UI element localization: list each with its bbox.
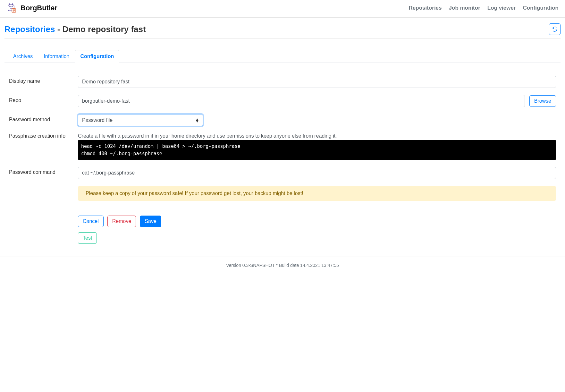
- label-repo: Repo: [9, 95, 78, 103]
- row-repo: Repo Browse: [9, 95, 561, 107]
- save-button[interactable]: Save: [140, 216, 161, 227]
- tab-configuration[interactable]: Configuration: [75, 50, 119, 63]
- select-password-method[interactable]: Password file: [78, 114, 203, 126]
- cancel-button[interactable]: Cancel: [78, 216, 104, 227]
- breadcrumb-current: Demo repository fast: [63, 24, 146, 34]
- page-title: Repositories - Demo repository fast: [4, 24, 146, 34]
- input-password-command[interactable]: [78, 167, 556, 179]
- input-repo[interactable]: [78, 95, 525, 107]
- svg-point-2: [12, 4, 13, 4]
- nav-configuration[interactable]: Configuration: [523, 5, 559, 11]
- label-display-name: Display name: [9, 76, 78, 84]
- row-display-name: Display name: [9, 76, 561, 88]
- row-warning: Please keep a copy of your password safe…: [9, 186, 561, 201]
- row-password-method: Password method Password file ▲▼: [9, 114, 561, 126]
- input-display-name[interactable]: [78, 76, 556, 88]
- svg-point-1: [9, 4, 10, 4]
- passphrase-hint: Create a file with a password in it in y…: [78, 133, 556, 139]
- form-area: Display name Repo Browse Password method…: [4, 63, 561, 244]
- row-password-command: Password command: [9, 167, 561, 179]
- tabs: Archives Information Configuration: [4, 50, 561, 63]
- nav-repositories[interactable]: Repositories: [409, 5, 442, 11]
- breadcrumb-repositories[interactable]: Repositories: [4, 24, 55, 34]
- tab-information[interactable]: Information: [38, 50, 75, 63]
- browse-button[interactable]: Browse: [529, 95, 556, 107]
- password-warning: Please keep a copy of your password safe…: [78, 186, 556, 201]
- refresh-button[interactable]: [549, 23, 561, 35]
- label-passphrase-info: Passphrase creation info: [9, 133, 78, 139]
- nav-links: Repositories Job monitor Log viewer Conf…: [409, 5, 559, 11]
- test-button[interactable]: Test: [78, 232, 97, 244]
- row-passphrase-info: Passphrase creation info Create a file w…: [9, 133, 561, 160]
- brand-name: BorgButler: [21, 4, 57, 12]
- passphrase-code: head -c 1024 /dev/urandom | base64 > ~/.…: [78, 140, 556, 160]
- refresh-icon: [552, 27, 557, 32]
- remove-button[interactable]: Remove: [107, 216, 136, 227]
- tab-archives[interactable]: Archives: [8, 50, 38, 63]
- navbar: BorgButler Repositories Job monitor Log …: [0, 0, 565, 18]
- breadcrumb-sep: -: [55, 24, 63, 34]
- nav-job-monitor[interactable]: Job monitor: [449, 5, 480, 11]
- label-password-method: Password method: [9, 114, 78, 123]
- logo-icon: [6, 3, 17, 13]
- brand[interactable]: BorgButler: [6, 3, 57, 13]
- footer-version: Version 0.3-SNAPSHOT * Build date 14.4.2…: [0, 257, 565, 277]
- label-password-command: Password command: [9, 167, 78, 175]
- nav-log-viewer[interactable]: Log viewer: [487, 5, 516, 11]
- row-buttons: Cancel Remove Save Test: [9, 208, 561, 244]
- page-header: Repositories - Demo repository fast: [4, 23, 561, 38]
